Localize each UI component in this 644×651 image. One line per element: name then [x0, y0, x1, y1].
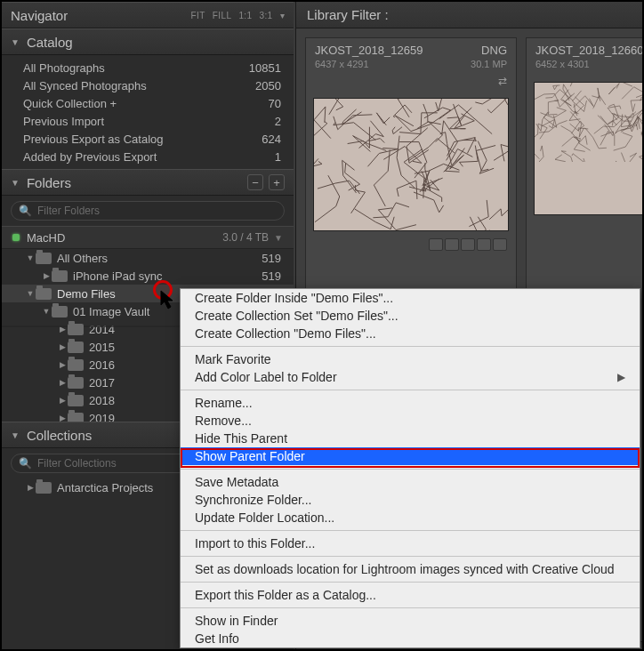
folder-icon: [36, 288, 52, 300]
menu-separator: [181, 390, 640, 390]
navigator-zoom-options[interactable]: FIT FILL 1:1 3:1 ▾: [191, 11, 285, 20]
collapse-icon[interactable]: −: [247, 174, 263, 190]
menu-item[interactable]: Show in Finder: [181, 612, 640, 630]
catalog-header[interactable]: ▼ Catalog: [2, 28, 294, 55]
menu-separator: [181, 530, 640, 531]
folder-label: 2017: [89, 376, 115, 390]
menu-separator: [181, 607, 640, 608]
menu-item-label: Mark Favorite: [195, 352, 271, 366]
badge-icon[interactable]: [445, 238, 459, 251]
catalog-row-count: 624: [262, 133, 281, 146]
disclosure-triangle-icon[interactable]: ▶: [57, 396, 68, 405]
menu-item-label: Rename...: [195, 396, 253, 410]
folders-filter-input[interactable]: 🔍 Filter Folders: [11, 201, 285, 221]
disclosure-triangle-icon[interactable]: ▼: [25, 253, 36, 262]
folder-row[interactable]: ▼All Others519: [2, 249, 294, 267]
catalog-body: All Photographs10851All Synced Photograp…: [2, 55, 294, 169]
menu-item[interactable]: Rename...: [181, 394, 640, 412]
disclosure-triangle-icon[interactable]: ▶: [57, 414, 68, 422]
menu-item[interactable]: Show Parent Folder: [181, 447, 640, 465]
library-filter-header[interactable]: Library Filter :: [296, 2, 642, 28]
menu-item[interactable]: Create Collection Set "Demo Files"...: [181, 307, 640, 325]
catalog-row-count: 2050: [255, 79, 281, 92]
disclosure-triangle-icon[interactable]: ▶: [57, 360, 68, 369]
folder-icon: [68, 395, 84, 406]
badge-icon[interactable]: [461, 238, 475, 251]
catalog-row-count: 2: [275, 115, 281, 128]
disclosure-triangle-icon[interactable]: ▶: [57, 378, 68, 387]
badge-icon[interactable]: [429, 238, 443, 251]
catalog-row[interactable]: Previous Export as Catalog624: [2, 130, 294, 148]
context-menu: Create Folder Inside "Demo Files"...Crea…: [180, 288, 640, 648]
catalog-row[interactable]: All Photographs10851: [2, 59, 294, 76]
folder-label: 2019: [89, 412, 115, 422]
menu-separator: [181, 582, 640, 583]
folder-icon: [68, 359, 84, 371]
menu-item-label: Update Folder Location...: [195, 510, 334, 525]
badge-icon[interactable]: [477, 238, 491, 251]
folder-label: 2016: [89, 358, 115, 372]
catalog-row[interactable]: Previous Import2: [2, 112, 294, 130]
badge-icon[interactable]: [493, 238, 507, 251]
disclosure-triangle-icon: ▼: [11, 430, 20, 440]
badge-row: [306, 238, 516, 256]
menu-item[interactable]: Remove...: [181, 412, 640, 430]
navigator-header[interactable]: ▼ Navigator FIT FILL 1:1 3:1 ▾: [2, 2, 294, 28]
folder-label: Antarctica Projects: [57, 481, 153, 494]
folder-label: All Others: [57, 252, 108, 265]
cursor-icon: [160, 290, 178, 311]
folder-icon: [68, 413, 84, 422]
folder-icon: [52, 306, 68, 317]
menu-item-label: Hide This Parent: [195, 431, 287, 446]
volume-row[interactable]: MacHD 3.0 / 4 TB▼: [2, 226, 294, 249]
menu-item[interactable]: Synchronize Folder...: [181, 491, 640, 509]
disclosure-triangle-icon: ▼: [11, 178, 20, 188]
disclosure-triangle-icon[interactable]: ▼: [25, 289, 36, 298]
volume-status-icon: [12, 234, 20, 241]
folder-label: 2014: [89, 323, 115, 336]
menu-item-label: Get Info: [195, 631, 239, 646]
menu-item[interactable]: Import to this Folder...: [181, 534, 640, 552]
folder-icon: [68, 377, 84, 389]
menu-item[interactable]: Save Metadata: [181, 473, 640, 491]
menu-item-label: Show Parent Folder: [195, 449, 305, 463]
catalog-row[interactable]: All Synced Photographs2050: [2, 76, 294, 94]
disclosure-triangle-icon[interactable]: ▶: [25, 483, 36, 492]
add-folder-icon[interactable]: +: [269, 174, 285, 190]
panel-title: Navigator: [11, 8, 68, 23]
catalog-row[interactable]: Added by Previous Export1: [2, 148, 294, 165]
chevron-down-icon: ▼: [274, 233, 283, 243]
search-icon: 🔍: [19, 457, 32, 470]
menu-item[interactable]: Create Collection "Demo Files"...: [181, 325, 640, 342]
menu-item[interactable]: Mark Favorite: [181, 350, 640, 368]
disclosure-triangle-icon[interactable]: ▶: [41, 271, 52, 280]
catalog-row-label: All Photographs: [23, 61, 105, 75]
menu-item-label: Create Collection Set "Demo Files"...: [195, 309, 398, 323]
folder-label: 01 Image Vault: [73, 305, 149, 318]
menu-item[interactable]: Export this Folder as a Catalog...: [181, 586, 640, 604]
disclosure-triangle-icon[interactable]: ▼: [41, 307, 52, 316]
catalog-row-label: Previous Export as Catalog: [23, 133, 164, 146]
folder-icon: [52, 270, 68, 282]
menu-item[interactable]: Get Info: [181, 630, 640, 647]
catalog-row-label: All Synced Photographs: [23, 79, 147, 92]
folders-header[interactable]: ▼ Folders − +: [2, 169, 294, 196]
folder-count: 519: [262, 252, 294, 265]
menu-item-label: Import to this Folder...: [195, 536, 315, 551]
menu-item-label: Add Color Label to Folder: [195, 370, 337, 384]
catalog-row-count: 1: [275, 150, 281, 164]
menu-item[interactable]: Hide This Parent: [181, 430, 640, 447]
thumbnail-dimensions: 6452 x 4301: [535, 59, 642, 69]
thumbnail-filename: JKOST_2018_12660: [535, 44, 642, 57]
menu-item[interactable]: Update Folder Location...: [181, 509, 640, 526]
folder-label: Demo Files: [57, 287, 116, 301]
disclosure-triangle-icon[interactable]: ▶: [57, 342, 68, 351]
sync-icon: ⇄: [498, 75, 507, 87]
catalog-row[interactable]: Quick Collection +70: [2, 94, 294, 112]
menu-item-label: Export this Folder as a Catalog...: [195, 588, 376, 602]
menu-item[interactable]: Create Folder Inside "Demo Files"...: [181, 289, 640, 307]
menu-item[interactable]: Add Color Label to Folder▶: [181, 368, 640, 386]
folder-row[interactable]: ▶iPhone iPad sync519: [2, 267, 294, 285]
panel-title: Folders: [27, 175, 71, 190]
menu-item[interactable]: Set as downloads location for Lightroom …: [181, 560, 640, 578]
